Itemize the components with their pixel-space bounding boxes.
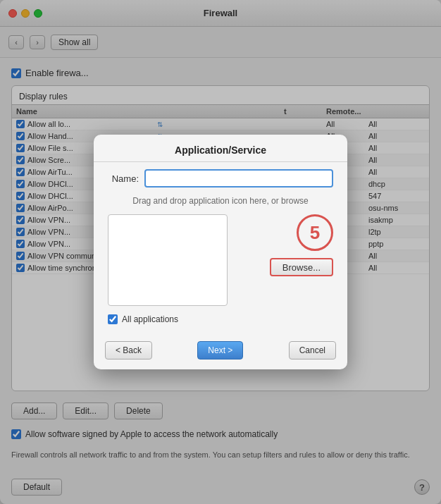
modal-body: Name: Drag and drop application icon her… xyxy=(94,164,347,336)
name-row: Name: xyxy=(108,169,333,188)
name-label: Name: xyxy=(108,173,139,184)
modal-footer: < Back Next > Cancel xyxy=(94,336,347,369)
back-nav-button[interactable]: < Back xyxy=(105,341,152,359)
drag-hint: Drag and drop application icon here, or … xyxy=(108,196,333,206)
all-applications-checkbox[interactable] xyxy=(108,314,118,324)
modal-overlay: Application/Service Name: Drag and drop … xyxy=(0,0,441,504)
window: Firewall ‹ › Show all Enable firewa... D… xyxy=(0,0,441,504)
drop-zone[interactable] xyxy=(108,214,228,306)
all-applications-label: All applications xyxy=(122,314,178,324)
modal-right: 5 Browse... xyxy=(236,214,333,306)
modal: Application/Service Name: Drag and drop … xyxy=(94,135,347,369)
cancel-button[interactable]: Cancel xyxy=(289,341,336,359)
next-nav-button[interactable]: Next > xyxy=(197,341,243,359)
content-area: 5 Browse... xyxy=(108,214,333,306)
browse-button[interactable]: Browse... xyxy=(270,258,333,276)
name-input[interactable] xyxy=(144,169,333,188)
modal-title: Application/Service xyxy=(94,135,347,161)
modal-divider xyxy=(94,161,347,162)
step-circle: 5 xyxy=(297,214,333,251)
all-applications-row: All applications xyxy=(108,314,333,324)
